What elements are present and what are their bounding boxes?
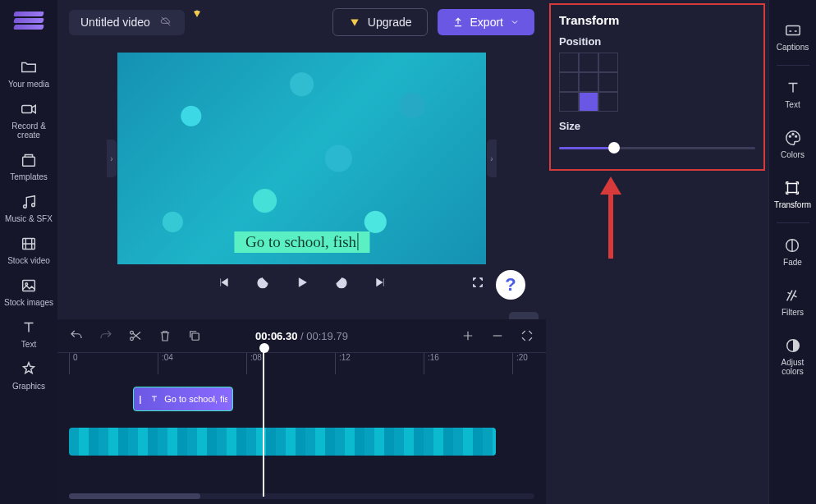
upgrade-label: Upgrade	[368, 16, 412, 29]
gem-icon	[192, 7, 202, 22]
rail-adjust-colors[interactable]: Adjust colors	[769, 327, 816, 386]
templates-icon	[20, 151, 38, 169]
ruler-tick: :20	[512, 353, 528, 374]
project-title-text: Untitled video	[80, 16, 150, 29]
zoom-out-button[interactable]	[490, 328, 505, 343]
pos-mid-left[interactable]	[559, 72, 579, 92]
svg-rect-11	[192, 333, 199, 340]
rail-label: Adjust colors	[769, 358, 816, 376]
fit-button[interactable]	[520, 328, 534, 343]
sidebar-stock-video[interactable]: Stock video	[0, 229, 57, 271]
playhead[interactable]	[263, 348, 264, 497]
timeline-ruler[interactable]: 0 :04 :08 :12 :16 :20	[57, 352, 546, 373]
undo-button[interactable]	[69, 328, 84, 343]
video-canvas[interactable]: Go to school, fish	[117, 53, 486, 264]
svg-point-14	[792, 134, 794, 135]
current-time: 00:06.30	[255, 330, 297, 342]
rewind-5-button[interactable]: 5	[254, 274, 271, 291]
svg-point-13	[789, 135, 791, 137]
rail-captions[interactable]: Captions	[777, 11, 809, 62]
timecode: 00:06.30 / 00:19.79	[255, 330, 348, 342]
duplicate-button[interactable]	[187, 328, 202, 343]
rail-label: Transform	[774, 200, 811, 209]
export-label: Export	[470, 16, 503, 29]
sidebar-graphics[interactable]: Graphics	[0, 355, 57, 396]
sidebar-templates[interactable]: Templates	[0, 145, 57, 187]
scrollbar-thumb[interactable]	[69, 493, 200, 499]
size-heading: Size	[559, 120, 755, 132]
preview-area: › › Go to school, fish 5 5 ?	[57, 44, 546, 319]
project-title[interactable]: Untitled video	[69, 10, 185, 35]
ruler-tick: :12	[335, 353, 351, 374]
rail-fade[interactable]: Fade	[783, 227, 802, 277]
delete-button[interactable]	[158, 328, 172, 343]
ruler-tick: :16	[424, 353, 439, 374]
chevron-down-icon	[510, 17, 520, 27]
collapse-right[interactable]: ›	[487, 140, 497, 177]
add-track-button[interactable]	[461, 328, 475, 343]
svg-point-3	[32, 204, 35, 207]
size-slider-thumb[interactable]	[608, 142, 620, 153]
play-button[interactable]	[294, 274, 310, 291]
pos-mid-center[interactable]	[579, 72, 598, 92]
film-icon	[20, 235, 38, 253]
pos-bot-right[interactable]	[598, 92, 618, 112]
skip-start-button[interactable]	[215, 274, 232, 291]
text-clip[interactable]: || Go to school, fish	[133, 387, 233, 411]
tracks: || Go to school, fish	[57, 387, 546, 456]
video-clip[interactable]	[69, 428, 496, 456]
text-clip-label: Go to school, fish	[164, 394, 227, 404]
upgrade-button[interactable]: Upgrade	[332, 8, 428, 36]
pos-top-center[interactable]	[579, 53, 598, 72]
text-icon	[20, 318, 38, 337]
cloud-off-icon	[158, 16, 173, 30]
sidebar-text[interactable]: Text	[0, 313, 57, 355]
properties-panel: Transform Position Size	[546, 0, 768, 504]
forward-5-button[interactable]: 5	[333, 274, 350, 291]
player-controls: 5 5 ?	[117, 274, 486, 291]
rail-filters[interactable]: Filters	[782, 277, 804, 327]
export-button[interactable]: Export	[438, 9, 534, 35]
skip-end-button[interactable]	[373, 274, 389, 291]
rail-label: Colors	[781, 150, 805, 159]
text-overlay[interactable]: Go to school, fish	[234, 231, 369, 253]
sidebar-stock-images[interactable]: Stock images	[0, 271, 57, 313]
help-button[interactable]: ?	[496, 270, 525, 300]
size-slider[interactable]	[559, 137, 755, 158]
image-icon	[20, 277, 38, 295]
pos-top-right[interactable]	[598, 53, 618, 72]
pos-bot-left[interactable]	[559, 92, 579, 112]
svg-rect-16	[788, 184, 797, 193]
clip-grip[interactable]: ||	[139, 394, 144, 404]
redo-button[interactable]	[99, 328, 113, 343]
pos-top-left[interactable]	[559, 53, 579, 72]
svg-rect-12	[786, 26, 800, 35]
svg-rect-5	[23, 281, 35, 291]
timeline-scrollbar[interactable]	[69, 493, 534, 499]
rail-transform[interactable]: Transform	[774, 169, 811, 219]
ruler-tick: 0	[69, 353, 78, 374]
right-rail: Captions Text Colors Transform Fade Filt…	[768, 0, 816, 504]
app-logo	[14, 11, 44, 33]
graphics-icon	[20, 360, 38, 378]
video-track[interactable]	[69, 428, 534, 456]
rail-label: Captions	[777, 43, 809, 52]
pos-bot-center[interactable]	[579, 92, 598, 112]
split-button[interactable]	[128, 328, 143, 343]
left-sidebar: Your media Record & create Templates Mus…	[0, 0, 57, 504]
sidebar-record-create[interactable]: Record & create	[0, 94, 57, 145]
collapse-left[interactable]: ›	[107, 140, 117, 177]
position-heading: Position	[559, 35, 755, 48]
fullscreen-button[interactable]	[470, 274, 486, 291]
rail-label: Text	[785, 100, 800, 109]
rail-colors[interactable]: Colors	[781, 119, 805, 169]
rail-label: Fade	[783, 258, 802, 267]
sidebar-your-media[interactable]: Your media	[0, 53, 57, 94]
rail-text[interactable]: Text	[784, 69, 802, 119]
transform-panel-highlight: Transform Position Size	[549, 3, 765, 171]
sidebar-music-sfx[interactable]: Music & SFX	[0, 187, 57, 229]
text-track[interactable]: || Go to school, fish	[69, 387, 534, 415]
svg-point-15	[795, 135, 796, 137]
pos-mid-right[interactable]	[598, 72, 618, 92]
top-bar: Untitled video Upgrade Export	[57, 0, 546, 44]
